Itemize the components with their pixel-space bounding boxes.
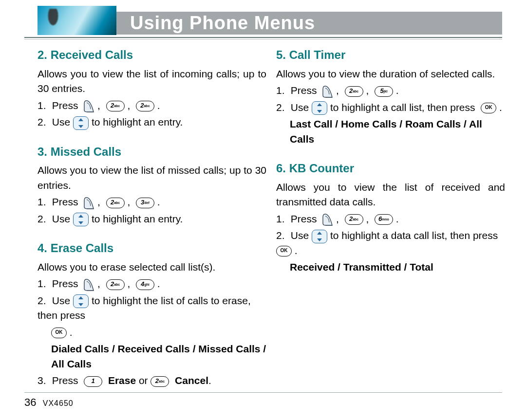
- step-text: to highlight an entry.: [92, 116, 183, 128]
- soft-key-icon: [322, 213, 333, 226]
- step-text: Press: [52, 196, 78, 207]
- key-ok-icon: OK: [276, 246, 292, 256]
- section-call-timer-title: 5. Call Timer: [276, 47, 505, 64]
- options-list: Last Call / Home Calls / Roam Calls / Al…: [276, 117, 505, 146]
- nav-up-down-icon: [73, 213, 89, 226]
- step: 1. Press , 2abc , 5jkl .: [276, 83, 505, 98]
- key-2-icon: 2abc: [345, 214, 363, 225]
- erase-label: Erase: [108, 375, 136, 386]
- key-2-icon: 2abc: [106, 101, 125, 111]
- step-text: to highlight a data call list, then pres…: [330, 230, 498, 241]
- key-2-icon: 2abc: [150, 376, 169, 387]
- section-received-calls-title: 2. Received Calls: [38, 47, 266, 64]
- cancel-label: Cancel: [175, 375, 208, 386]
- step-text: to highlight an entry.: [92, 213, 183, 224]
- options-list: Dialed Calls / Received Calls / Missed C…: [38, 342, 266, 371]
- model-number: VX4650: [43, 399, 74, 407]
- step-number: 2.: [276, 228, 288, 243]
- soft-key-icon: [84, 196, 94, 210]
- step-text: Use: [291, 230, 309, 241]
- header-decorative-image: [38, 6, 116, 35]
- step-text: Use: [291, 102, 309, 113]
- nav-up-down-icon: [73, 294, 89, 308]
- section-erase-calls-title: 4. Erase Calls: [38, 240, 266, 257]
- key-2-icon: 2abc: [136, 101, 154, 111]
- nav-up-down-icon: [73, 116, 89, 130]
- step-text: Use: [52, 213, 70, 224]
- left-column: 2. Received Calls Allows you to view the…: [38, 44, 266, 390]
- key-2-icon: 2abc: [106, 198, 125, 208]
- key-6-icon: 6mno: [375, 214, 393, 225]
- step: 3. Press 1 Erase or 2abc Cancel.: [38, 373, 266, 388]
- step: 1. Press , 2abc , 3def .: [38, 195, 266, 209]
- step-number: 1.: [38, 195, 49, 209]
- step-text: Press: [291, 85, 317, 96]
- or-text: or: [136, 375, 150, 386]
- nav-up-down-icon: [312, 101, 327, 115]
- right-column: 5. Call Timer Allows you to view the dur…: [276, 44, 505, 276]
- step: 2. Use to highlight an entry.: [38, 212, 266, 226]
- step: 2. Use to highlight a data call list, th…: [276, 228, 505, 258]
- step-text: Press: [291, 213, 317, 224]
- key-ok-icon: OK: [51, 328, 67, 338]
- step-number: 1.: [276, 83, 288, 98]
- step: 2. Use to highlight the list of calls to…: [38, 293, 266, 340]
- step: 2. Use to highlight a call list, then pr…: [276, 100, 505, 115]
- step-text: Press: [52, 375, 78, 386]
- key-5-icon: 5jkl: [375, 86, 393, 97]
- key-3-icon: 3def: [136, 198, 154, 208]
- manual-page: Using Phone Menus 2. Received Calls Allo…: [0, 0, 526, 420]
- step-number: 3.: [38, 373, 49, 388]
- section-kb-counter-title: 6. KB Counter: [276, 160, 505, 177]
- section-erase-calls-desc: Allows you to erase selected call list(s…: [38, 260, 266, 274]
- footer-rule: [24, 392, 502, 393]
- step-number: 2.: [38, 212, 49, 226]
- section-kb-counter-desc: Allows you to view the list of received …: [276, 180, 505, 210]
- step-number: 2.: [276, 100, 288, 115]
- step: 1. Press , 2abc , 2abc .: [38, 98, 266, 113]
- key-2-icon: 2abc: [106, 279, 125, 290]
- step: 1. Press , 2abc , 6mno .: [276, 212, 505, 226]
- step-number: 2.: [38, 115, 49, 129]
- step-text: Press: [52, 278, 78, 289]
- section-missed-calls-title: 3. Missed Calls: [38, 144, 266, 161]
- step-number: 1.: [38, 98, 49, 113]
- step-number: 2.: [38, 293, 49, 308]
- soft-key-icon: [322, 85, 333, 98]
- section-call-timer-desc: Allows you to view the duration of selec…: [276, 67, 505, 81]
- step: 2. Use to highlight an entry.: [38, 115, 266, 129]
- soft-key-icon: [84, 278, 94, 292]
- step-number: 1.: [276, 212, 288, 226]
- nav-up-down-icon: [312, 230, 327, 243]
- soft-key-icon: [84, 99, 94, 113]
- header-rule-thin: [24, 39, 502, 39]
- page-footer: 36 VX4650: [24, 396, 74, 409]
- options-list: Received / Transmitted / Total: [276, 260, 505, 274]
- section-received-calls-desc: Allows you to view the list of incoming …: [38, 67, 266, 96]
- step-number: 1.: [38, 276, 49, 291]
- step: 1. Press , 2abc , 4ghi .: [38, 276, 266, 291]
- step-text: Use: [52, 116, 70, 128]
- key-1-icon: 1: [84, 376, 102, 387]
- header-rule: [24, 37, 502, 38]
- key-ok-icon: OK: [481, 103, 496, 113]
- section-missed-calls-desc: Allows you to view the list of missed ca…: [38, 163, 266, 193]
- step-text: to highlight a call list, then press: [330, 102, 475, 113]
- page-number: 36: [24, 396, 36, 408]
- step-text: Use: [52, 295, 70, 306]
- key-4-icon: 4ghi: [136, 279, 154, 290]
- step-text: Press: [52, 100, 78, 111]
- key-2-icon: 2abc: [345, 86, 363, 97]
- chapter-title: Using Phone Menus: [130, 13, 315, 34]
